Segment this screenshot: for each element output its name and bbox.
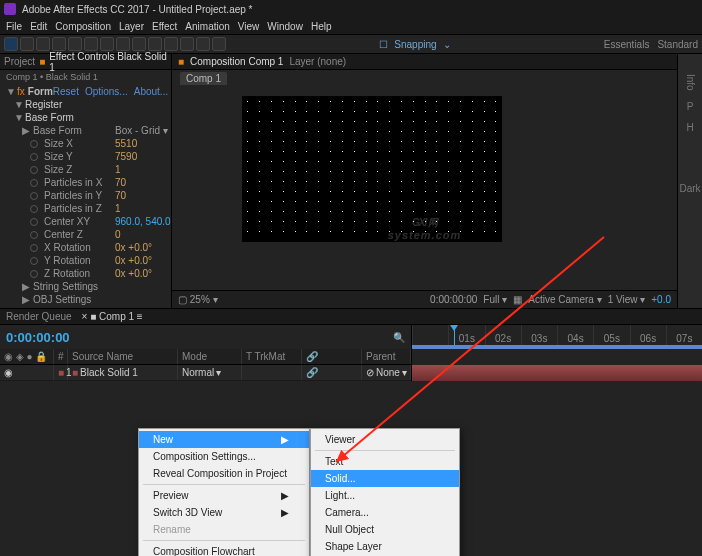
menu-effect[interactable]: Effect [152, 21, 177, 32]
tab-composition[interactable]: Composition Comp 1 [190, 56, 283, 67]
camera-dropdown[interactable]: Active Camera ▾ [528, 294, 601, 305]
right-dark[interactable]: Dark [679, 183, 700, 194]
menu-help[interactable]: Help [311, 21, 332, 32]
menu-composition[interactable]: Composition [55, 21, 111, 32]
prop-row[interactable]: Z Rotation0x +0.0° [0, 267, 171, 280]
viewer[interactable]: GXI 网 system.com [172, 86, 677, 290]
ctx-switch3d[interactable]: Switch 3D View▶ [139, 504, 309, 521]
workspace-standard[interactable]: Standard [657, 39, 698, 50]
clone-tool[interactable] [164, 37, 178, 51]
prop-row[interactable]: X Rotation0x +0.0° [0, 241, 171, 254]
selection-tool[interactable] [4, 37, 18, 51]
eraser-tool[interactable] [180, 37, 194, 51]
prop-row[interactable]: Center XY960.0, 540.0 [0, 215, 171, 228]
zoom-tool[interactable] [36, 37, 50, 51]
prop-row[interactable]: Center Z0 [0, 228, 171, 241]
pen-tool[interactable] [116, 37, 130, 51]
rotate-tool[interactable] [52, 37, 66, 51]
ec-crumb: Comp 1 • Black Solid 1 [0, 70, 171, 84]
context-submenu-new: Viewer Text Solid... Light... Camera... … [310, 428, 460, 556]
snapping-opts-icon[interactable]: ⌄ [443, 39, 451, 50]
timecode[interactable]: 0:00:00:00 [6, 330, 70, 345]
effect-reset[interactable]: Reset [53, 86, 79, 97]
composition-panel: ■ Composition Comp 1 Layer (none) Comp 1… [172, 54, 678, 308]
prop-row[interactable]: Particles in Z1 [0, 202, 171, 215]
grid-icon[interactable]: ▦ [513, 294, 522, 305]
prop-row[interactable]: Size X5510 [0, 137, 171, 150]
effect-options[interactable]: Options... [85, 86, 128, 97]
tab-project[interactable]: Project [4, 56, 35, 67]
menu-file[interactable]: File [6, 21, 22, 32]
comp-name[interactable]: Comp 1 [180, 72, 227, 85]
workspace-essentials[interactable]: Essentials [604, 39, 650, 50]
prop-row[interactable]: ▼Register [0, 98, 171, 111]
layer-name: Black Solid 1 [80, 367, 138, 378]
anchor-tool[interactable] [84, 37, 98, 51]
ctx-preview[interactable]: Preview▶ [139, 487, 309, 504]
prop-row[interactable]: ▼Particle [0, 306, 171, 308]
sub-camera[interactable]: Camera... [311, 504, 459, 521]
snapping-label: Snapping [394, 39, 436, 50]
menu-layer[interactable]: Layer [119, 21, 144, 32]
rect-tool[interactable] [100, 37, 114, 51]
layer-row-1[interactable]: ◉ ■ 1 ■ Black Solid 1 Normal ▾ 🔗 ⊘ None … [0, 365, 411, 381]
tab-layer[interactable]: Layer (none) [289, 56, 346, 67]
app-icon [4, 3, 16, 15]
titlebar: Adobe After Effects CC 2017 - Untitled P… [0, 0, 702, 18]
layer-bar[interactable] [412, 365, 702, 381]
ctx-flowchart[interactable]: Composition Flowchart [139, 543, 309, 556]
camera-tool[interactable] [68, 37, 82, 51]
prop-row[interactable]: Particles in X70 [0, 176, 171, 189]
zoom-dropdown[interactable]: ▢ 25% ▾ [178, 294, 218, 305]
footer-time[interactable]: 0:00:00:00 [430, 294, 477, 305]
sub-light[interactable]: Light... [311, 487, 459, 504]
ctx-comp-settings[interactable]: Composition Settings... [139, 448, 309, 465]
menu-window[interactable]: Window [267, 21, 303, 32]
effect-name[interactable]: Form [28, 86, 53, 97]
prop-row[interactable]: Y Rotation0x +0.0° [0, 254, 171, 267]
sub-solid[interactable]: Solid... [311, 470, 459, 487]
ctx-rename: Rename [139, 521, 309, 538]
ctx-reveal[interactable]: Reveal Composition in Project [139, 465, 309, 482]
canvas[interactable] [242, 96, 502, 242]
sub-shape[interactable]: Shape Layer [311, 538, 459, 555]
right-strip: Info P H Dark [678, 54, 702, 308]
tab-timeline-comp[interactable]: Comp 1 [99, 311, 134, 322]
snapping-checkbox[interactable]: ☐ [379, 39, 388, 50]
ctx-new[interactable]: New▶ [139, 431, 309, 448]
sub-viewer[interactable]: Viewer [311, 431, 459, 448]
context-menu: New▶ Composition Settings... Reveal Comp… [138, 428, 310, 556]
tab-render-queue[interactable]: Render Queue [6, 311, 72, 322]
prop-row[interactable]: Size Y7590 [0, 150, 171, 163]
exposure[interactable]: +0.0 [651, 294, 671, 305]
menubar: File Edit Composition Layer Effect Anima… [0, 18, 702, 34]
sub-null[interactable]: Null Object [311, 521, 459, 538]
roto-tool[interactable] [196, 37, 210, 51]
right-info[interactable]: Info [685, 74, 696, 91]
menu-edit[interactable]: Edit [30, 21, 47, 32]
prop-row[interactable]: ▼Base Form [0, 111, 171, 124]
prop-row[interactable]: ▶String Settings [0, 280, 171, 293]
view-dropdown[interactable]: 1 View ▾ [608, 294, 646, 305]
sub-text[interactable]: Text [311, 453, 459, 470]
res-dropdown[interactable]: Full ▾ [483, 294, 507, 305]
search-icon[interactable]: 🔍 [393, 332, 405, 343]
menu-animation[interactable]: Animation [185, 21, 229, 32]
tl-columns: ◉ ◈ ● 🔒 # Source Name Mode T TrkMat 🔗 Pa… [0, 349, 411, 365]
right-h[interactable]: H [686, 122, 693, 133]
property-tree: ▼Register▼Base Form▶Base FormBox - Grid … [0, 98, 171, 308]
right-p[interactable]: P [687, 101, 694, 112]
prop-row[interactable]: ▶Base FormBox - Grid ▾ [0, 124, 171, 137]
effect-controls-panel: Project ■ Effect Controls Black Solid 1 … [0, 54, 172, 308]
puppet-tool[interactable] [212, 37, 226, 51]
prop-row[interactable]: Particles in Y70 [0, 189, 171, 202]
prop-row[interactable]: ▶OBJ Settings [0, 293, 171, 306]
hand-tool[interactable] [20, 37, 34, 51]
prop-row[interactable]: Size Z1 [0, 163, 171, 176]
text-tool[interactable] [132, 37, 146, 51]
effect-about[interactable]: About... [134, 86, 168, 97]
menu-view[interactable]: View [238, 21, 260, 32]
title-text: Adobe After Effects CC 2017 - Untitled P… [22, 4, 253, 15]
work-area-bar[interactable] [412, 345, 702, 349]
brush-tool[interactable] [148, 37, 162, 51]
